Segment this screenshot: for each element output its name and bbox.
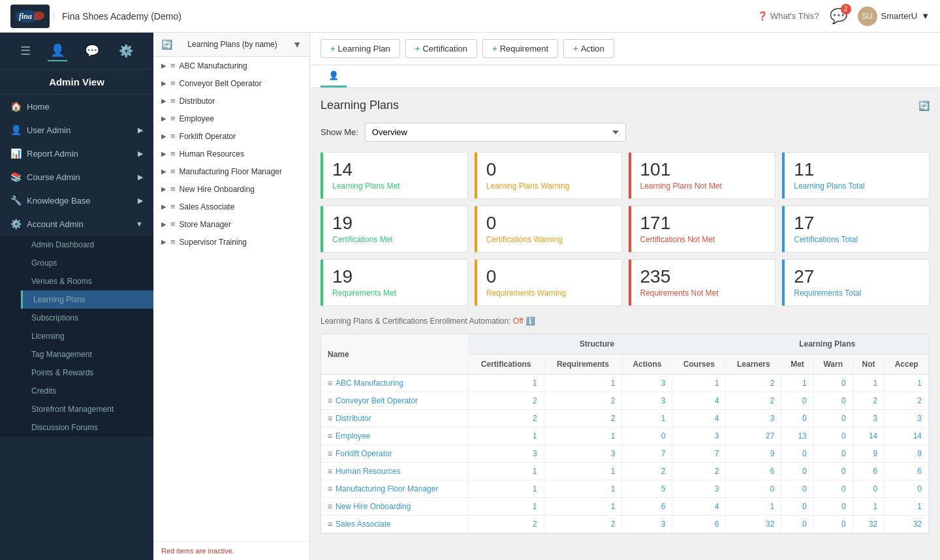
stat-number-8: 19 [332, 268, 458, 286]
sidebar-sub-storefront[interactable]: Storefront Management [21, 400, 153, 418]
user-menu[interactable]: SU SmarterU ▼ [858, 7, 930, 26]
th-actions: Actions [622, 354, 672, 375]
tree-plan-icon: ≡ [170, 131, 176, 141]
tree-item-hr[interactable]: ▶≡Human Resources [153, 145, 309, 163]
stat-card-9: 0Requirements Warning [475, 259, 622, 306]
sidebar-sub-groups[interactable]: Groups [21, 254, 153, 272]
course-icon: 📚 [10, 172, 22, 182]
cell-name-5[interactable]: ≡ Human Resources [321, 463, 468, 480]
sidebar-sub-venues[interactable]: Venues & Rooms [21, 272, 153, 290]
cell-name-6[interactable]: ≡ Manufacturing Floor Manager [321, 480, 468, 498]
tree-label: Supervisor Training [180, 238, 247, 247]
tree-item-employee[interactable]: ▶≡Employee [153, 110, 309, 127]
tree-item-store-mgr[interactable]: ▶≡Store Manager [153, 215, 309, 233]
sidebar-item-user-admin[interactable]: 👤 User Admin ▶ [0, 118, 153, 142]
whats-this-link[interactable]: ❓ What's This? [757, 11, 819, 21]
cell-learners-4: 9 [726, 445, 781, 463]
sidebar-label-credits: Credits [31, 386, 56, 396]
cell-name-8[interactable]: ≡ Sales Associate [321, 516, 468, 533]
tree-toggle-icon: ▶ [161, 185, 166, 193]
sidebar-sub-admin-dashboard[interactable]: Admin Dashboard [21, 236, 153, 254]
kb-icon: 🔧 [10, 195, 22, 206]
table-row: ≡ ABC Manufacturing 1 1 3 1 2 1 0 1 1 [321, 375, 929, 392]
show-me-select[interactable]: Overview Certifications Requirements [365, 123, 626, 142]
tree-item-supervisor[interactable]: ▶≡Supervisor Training [153, 233, 309, 251]
chevron-right-icon4: ▶ [138, 196, 143, 205]
settings-icon[interactable]: ⚙️ [116, 41, 136, 61]
filter-icon[interactable]: ▼ [292, 39, 302, 50]
tree-plan-icon: ≡ [170, 114, 176, 123]
tree-item-distributor[interactable]: ▶≡Distributor [153, 92, 309, 110]
cell-name-7[interactable]: ≡ New Hire Onboarding [321, 498, 468, 516]
cell-accept-7: 1 [885, 498, 929, 516]
tab-overview[interactable]: 👤 [321, 65, 347, 87]
avatar: SU [858, 7, 877, 26]
sidebar-item-report-admin[interactable]: 📊 Report Admin ▶ [0, 142, 153, 165]
th-requirements: Requirements [544, 354, 622, 375]
sidebar: ☰ 👤 💬 ⚙️ Admin View 🏠 Home 👤 User Admin … [0, 33, 153, 560]
home-icon: 🏠 [10, 101, 22, 112]
plan-icon-7: ≡ [328, 502, 332, 511]
cell-name-3[interactable]: ≡ Employee [321, 428, 468, 445]
add-action-button[interactable]: + Action [563, 39, 614, 58]
sidebar-sub-subscriptions[interactable]: Subscriptions [21, 309, 153, 327]
add-requirement-button[interactable]: + Requirement [482, 39, 558, 58]
refresh-icon[interactable]: 🔄 [161, 39, 172, 50]
cell-courses-1: 4 [672, 392, 726, 410]
message-icon[interactable]: 💬 [82, 41, 102, 61]
sidebar-label-report-admin: Report Admin [27, 149, 78, 159]
cell-name-1[interactable]: ≡ Conveyor Belt Operator [321, 392, 468, 410]
cell-name-2[interactable]: ≡ Distributor [321, 410, 468, 428]
tree-items: ▶≡ABC Manufacturing▶≡Conveyor Belt Opera… [153, 57, 309, 251]
cell-name-4[interactable]: ≡ Forklift Operator [321, 445, 468, 463]
stat-number-2: 101 [640, 161, 766, 179]
content-area: + Learning Plan + Certification + Requir… [310, 33, 940, 560]
sidebar-item-knowledge-base[interactable]: 🔧 Knowledge Base ▶ [0, 189, 153, 212]
tree-item-conveyor[interactable]: ▶≡Conveyor Belt Operator [153, 74, 309, 92]
tree-item-sales[interactable]: ▶≡Sales Associate [153, 198, 309, 215]
stat-label-5: Certifications Warning [486, 235, 612, 244]
cell-met-3: 13 [781, 428, 813, 445]
cell-actions-2: 1 [622, 410, 672, 428]
tree-item-abc[interactable]: ▶≡ABC Manufacturing [153, 57, 309, 74]
section-refresh-icon[interactable]: 🔄 [918, 101, 930, 111]
cell-courses-4: 7 [672, 445, 726, 463]
stat-card-7: 17Certifications Total [782, 206, 930, 253]
th-warn: Warn [813, 354, 853, 375]
tree-label: Manufacturing Floor Manager [180, 167, 282, 176]
sidebar-label-licensing: Licensing [31, 332, 65, 341]
plan-icon-2: ≡ [328, 414, 332, 423]
stat-card-6: 171Certifications Not Met [629, 206, 776, 253]
stat-number-11: 27 [794, 268, 920, 286]
enrollment-status[interactable]: Off [513, 317, 524, 326]
sidebar-sub-licensing[interactable]: Licensing [21, 327, 153, 345]
sidebar-sub-credits[interactable]: Credits [21, 382, 153, 400]
add-learning-plan-button[interactable]: + Learning Plan [321, 39, 400, 58]
tree-item-newhire[interactable]: ▶≡New Hire Onboarding [153, 180, 309, 198]
tree-plan-icon: ≡ [170, 219, 176, 229]
sidebar-label-subscriptions: Subscriptions [31, 313, 78, 322]
sidebar-item-home[interactable]: 🏠 Home [0, 95, 153, 118]
sidebar-sub-forums[interactable]: Discussion Forums [21, 418, 153, 437]
btn-label-requirement: Requirement [500, 44, 548, 54]
sidebar-label-course-admin: Course Admin [27, 172, 80, 182]
cell-not-3: 14 [853, 428, 885, 445]
stats-grid: 14Learning Plans Met0Learning Plans Warn… [321, 152, 930, 306]
sidebar-sub-learning-plans[interactable]: Learning Plans [21, 290, 153, 309]
hamburger-icon[interactable]: ☰ [18, 41, 33, 61]
sidebar-sub-points-rewards[interactable]: Points & Rewards [21, 364, 153, 382]
sidebar-item-account-admin[interactable]: ⚙️ Account Admin ▼ [0, 212, 153, 236]
sidebar-item-course-admin[interactable]: 📚 Course Admin ▶ [0, 165, 153, 189]
tree-item-mfg[interactable]: ▶≡Manufacturing Floor Manager [153, 163, 309, 180]
cell-reqs-3: 1 [544, 428, 622, 445]
cell-reqs-6: 1 [544, 480, 622, 498]
cell-certs-7: 1 [468, 498, 544, 516]
cell-certs-2: 2 [468, 410, 544, 428]
chat-button[interactable]: 💬 2 [830, 8, 847, 25]
sidebar-sub-tag-management[interactable]: Tag Management [21, 345, 153, 364]
cell-name-0[interactable]: ≡ ABC Manufacturing [321, 375, 468, 392]
user-icon[interactable]: 👤 [48, 40, 67, 61]
add-certification-button[interactable]: + Certification [405, 39, 477, 58]
tree-item-forklift[interactable]: ▶≡Forklift Operator [153, 127, 309, 145]
user-admin-icon: 👤 [10, 125, 22, 135]
